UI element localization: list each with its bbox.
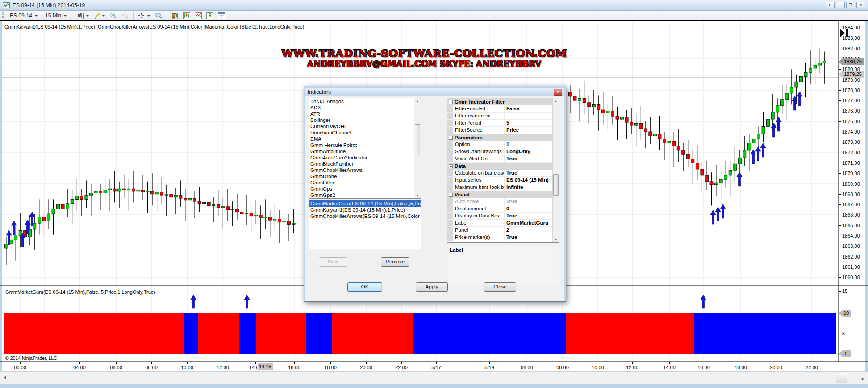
scrollbar-thumb[interactable] [836,373,847,383]
apply-button[interactable]: Apply [416,282,448,292]
properties-button[interactable] [217,12,226,20]
indicator-list-item[interactable]: ATR [309,111,421,117]
ok-button[interactable]: OK [347,282,382,292]
zoom-in-button[interactable] [108,12,118,20]
cursor-mode-button[interactable] [137,12,152,20]
available-list-scrollbar[interactable]: ▲ ▼ [414,98,421,198]
zoom-out-button[interactable] [120,12,130,20]
data-box-button[interactable] [154,12,163,20]
indicator-list-item[interactable]: GmmAutoGuru2Indicator [309,154,421,161]
scroll-up-icon[interactable]: ▲ [553,98,559,104]
property-row[interactable]: LabelGmmMarketGuru [447,220,553,227]
property-row[interactable]: Displacement0 [447,205,553,213]
property-value[interactable]: 5 [505,120,553,126]
property-value[interactable]: True [505,170,553,176]
interval-selector[interactable]: 15 Min [42,12,70,20]
scroll-right-icon[interactable]: ► [861,376,865,381]
property-value[interactable]: GmmMarketGuru [505,220,553,226]
configured-indicators-list[interactable]: GmmMarketGuru(ES 09-14 (15 Min),False,,5… [309,200,421,249]
property-group-header[interactable]: −Visual [447,191,553,198]
go-to-last-bar-icon[interactable] [839,29,851,39]
property-group-header[interactable]: −Data [447,163,553,170]
property-row[interactable]: Panel2 [447,227,553,234]
chart-window-button[interactable] [182,12,192,20]
drawing-tools-button[interactable] [92,12,107,20]
property-value[interactable]: 2 [505,227,553,234]
property-grid-scrollbar[interactable]: ▲ ▼ [552,98,559,242]
indicator-list-item[interactable]: ADX [309,104,421,111]
property-value[interactable]: True [505,234,553,241]
indicator-list-item[interactable]: EMA [309,136,421,142]
account-button[interactable]: $ [205,12,215,20]
minimize-button[interactable]: – [836,2,845,8]
property-value[interactable]: True [505,198,553,205]
collapse-icon[interactable]: − [449,193,453,197]
configured-indicator-item[interactable]: GmmChopKillerArrows(ES 09-14 (15 Min),Co… [309,213,421,219]
property-row[interactable]: ShowChartDrawingsLongOnly [447,148,553,155]
collapse-icon[interactable]: − [449,164,453,168]
property-value[interactable]: False [505,105,553,112]
property-value[interactable]: LongOnly [505,148,553,155]
collapse-icon[interactable]: − [449,100,453,104]
horizontal-scrollbar[interactable]: ◄ ► [0,371,868,384]
market-analyzer-button[interactable] [170,12,180,20]
property-value[interactable]: Price [505,127,553,134]
property-row[interactable]: FilterEnabledFalse [447,105,553,113]
indicator-list-item[interactable]: GmmGps [309,186,421,192]
property-row[interactable]: FilterPeriod5 [447,120,553,127]
remove-button[interactable]: Remove [381,257,409,267]
new-button[interactable]: New [319,257,347,267]
collapse-icon[interactable]: − [449,136,453,140]
indicator-list-item[interactable]: GmmGps2 [309,192,421,198]
close-button[interactable]: Close [484,282,516,292]
configured-indicator-item[interactable]: GmmMarketGuru(ES 09-14 (15 Min),False,,5… [309,200,421,207]
window-titlebar[interactable]: ES 09-14 (15 Min) 2014-05-19 L – ❐ ✕ [0,0,868,11]
scroll-down-icon[interactable]: ▼ [553,237,559,242]
property-grid[interactable]: −Gmm Indicator FilterFilterEnabledFalseF… [447,98,559,243]
property-row[interactable]: Option1 [447,141,553,148]
property-value[interactable] [505,113,553,119]
indicator-list-item[interactable]: Bollinger [309,117,421,123]
property-value[interactable]: Infinite [505,184,553,191]
scrollbar-thumb[interactable] [415,124,420,155]
dialog-titlebar[interactable]: Indicators ✕ [305,88,564,96]
window-close-button[interactable]: ✕ [856,2,865,8]
property-value[interactable]: ES 09-14 (15 Min) [505,177,553,184]
property-value[interactable]: 1 [505,141,553,148]
property-group-header[interactable]: −Parameters [447,134,553,141]
indicator-list-item[interactable]: GmmBlackPanther [309,161,421,167]
property-value[interactable]: True [505,213,553,219]
dialog-close-button[interactable]: ✕ [554,89,562,96]
maximize-button[interactable]: ❐ [846,2,855,8]
configured-indicator-item[interactable]: GmmKalyani1(ES 09-14 (15 Min),1,Price) [309,207,421,213]
link-button[interactable]: L [826,2,835,8]
indicator-list-item[interactable]: GmmFilter [309,179,421,186]
available-indicators-list[interactable]: ▲ ▼ Thr33_AmigosADXATRBollingerCurrentDa… [309,98,421,199]
chart-style-button[interactable] [76,12,91,20]
property-value[interactable]: True [505,155,553,162]
property-row[interactable]: Price marker(s)True [447,234,553,241]
indicator-list-item[interactable]: GmmDrone [309,173,421,179]
property-row[interactable]: Maximum bars look backInfinite [447,184,553,191]
indicator-list-item[interactable]: GmmAmplitude [309,148,421,154]
scroll-down-icon[interactable]: ▼ [415,192,420,198]
property-row[interactable]: Calculate on bar closeTrue [447,170,553,177]
property-row[interactable]: Voice Alert OnTrue [447,155,553,163]
property-row[interactable]: Input seriesES 09-14 (15 Min) [447,177,553,184]
indicator-list-item[interactable]: Thr33_Amigos [309,98,421,104]
indicator-list-item[interactable]: CurrentDayOHL [309,123,421,129]
scroll-up-icon[interactable]: ▲ [415,98,420,104]
scrollbar-thumb[interactable] [553,174,559,196]
scroll-left-icon[interactable]: ◄ [3,375,7,380]
property-row[interactable]: FilterInstrument [447,113,553,120]
property-group-header[interactable]: −Gmm Indicator Filter [447,98,553,105]
property-value[interactable]: 0 [505,205,553,212]
toolbar-grip[interactable] [2,12,4,19]
property-row[interactable]: Auto scaleTrue [447,198,553,205]
property-row[interactable]: Display in Data BoxTrue [447,213,553,220]
property-row[interactable]: FilterSourcePrice [447,127,553,134]
indicator-list-item[interactable]: DonchianChannel [309,129,421,136]
indicator-list-item[interactable]: GmmChopKillerArrows [309,167,421,173]
indicator-list-item[interactable]: Gmm Hercule Poirot [309,142,421,148]
instrument-selector[interactable]: ES 09-14 [7,12,41,20]
